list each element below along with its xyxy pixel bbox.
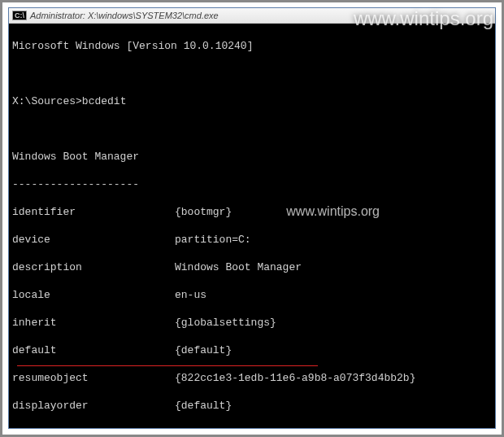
os-header: Microsoft Windows [Version 10.0.10240] — [12, 39, 492, 53]
kv-row: displayorder{default} — [12, 399, 492, 413]
section-dashes: -------------------- — [12, 177, 492, 191]
kv-row: toolsdisplayorder{memdiag} — [12, 426, 492, 428]
kv-row: descriptionWindows Boot Manager — [12, 260, 492, 274]
console-output[interactable]: Microsoft Windows [Version 10.0.10240] X… — [9, 24, 495, 428]
blank — [12, 122, 492, 136]
cmd-icon: C:\ — [12, 11, 27, 20]
screenshot-frame: C:\ Administrator: X:\windows\SYSTEM32\c… — [0, 0, 504, 437]
kv-row: localeen-us — [12, 288, 492, 302]
kv-row: devicepartition=C: — [12, 233, 492, 247]
titlebar-text: Administrator: X:\windows\SYSTEM32\cmd.e… — [30, 11, 219, 20]
command: bcdedit — [82, 95, 127, 107]
kv-row: resumeobject{822cc1e3-1edb-11e6-a9b8-a07… — [12, 371, 492, 385]
highlight-underline — [17, 365, 318, 366]
kv-row: identifier{bootmgr} — [12, 205, 492, 219]
kv-row: inherit{globalsettings} — [12, 316, 492, 330]
prompt-line: X:\Sources>bcdedit — [12, 94, 492, 108]
prompt: X:\Sources> — [12, 95, 82, 107]
titlebar[interactable]: C:\ Administrator: X:\windows\SYSTEM32\c… — [9, 8, 495, 24]
cmd-window: C:\ Administrator: X:\windows\SYSTEM32\c… — [8, 7, 496, 429]
section-bootmgr-title: Windows Boot Manager — [12, 150, 492, 164]
kv-row: default{default} — [12, 343, 492, 357]
blank — [12, 67, 492, 81]
